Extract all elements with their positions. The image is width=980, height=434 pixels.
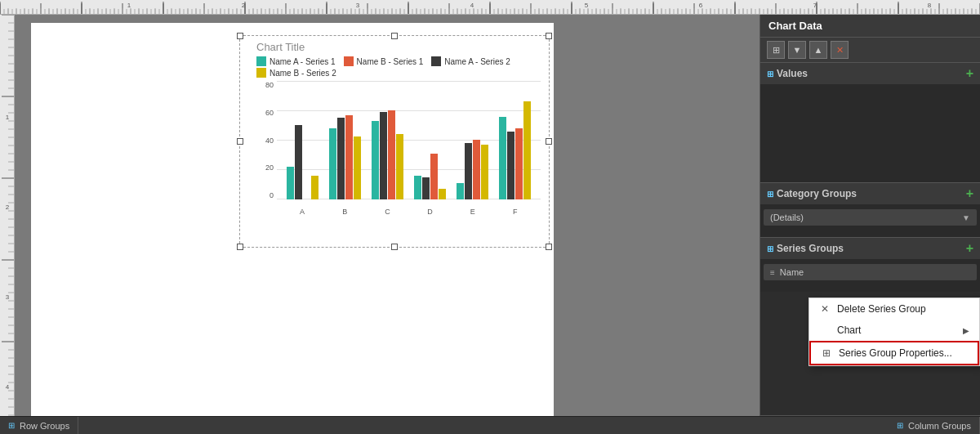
resize-handle-bm[interactable] [391, 244, 398, 250]
values-section: ⊞ Values + [760, 63, 980, 183]
left-ruler [0, 15, 15, 416]
category-groups-add-btn[interactable]: + [966, 187, 973, 200]
legend-item: Name B - Series 1 [344, 56, 424, 66]
bar [295, 125, 302, 199]
category-grid-icon: ⊞ [767, 190, 773, 199]
context-series-props[interactable]: ⊞ Series Group Properties... [809, 341, 979, 365]
chart-body: 020406080 ABCDEF [256, 81, 541, 216]
context-delete-series[interactable]: ✕ Delete Series Group [809, 298, 979, 320]
category-groups-section: ⊞ Category Groups + (Details) ▼ [760, 183, 980, 238]
bar [372, 121, 379, 199]
values-grid-icon: ⊞ [767, 69, 773, 78]
x-label: E [457, 208, 489, 216]
chart-legend: Name A - Series 1Name B - Series 1Name A… [256, 56, 541, 78]
context-menu: ✕ Delete Series Group Chart ▶ ⊞ Series G… [808, 298, 980, 366]
bar [354, 136, 361, 199]
legend-item: Name A - Series 1 [256, 56, 336, 66]
bar [329, 128, 336, 199]
page: Chart Title Name A - Series 1Name B - Se… [31, 23, 554, 416]
bars-area [277, 81, 541, 199]
bar-group [457, 140, 488, 199]
delete-icon: ✕ [819, 303, 831, 315]
bar [499, 117, 506, 199]
bar [481, 145, 488, 199]
chart-data-header: Chart Data [760, 15, 980, 38]
chart-container[interactable]: Chart Title Name A - Series 1Name B - Se… [239, 35, 550, 248]
toolbar-up-btn[interactable]: ▲ [809, 41, 827, 59]
series-grid-icon: ⊞ [767, 244, 773, 253]
bar [473, 140, 480, 199]
bar [439, 189, 446, 199]
category-groups-content: (Details) ▼ [760, 204, 980, 237]
toolbar-delete-btn[interactable]: ✕ [831, 41, 849, 59]
resize-handle-ml[interactable] [237, 138, 243, 145]
y-axis-label: 80 [256, 81, 274, 89]
bar [515, 128, 523, 199]
chart-label: Chart [837, 324, 861, 336]
values-label: Values [777, 68, 808, 79]
bar-group [287, 125, 318, 199]
y-axis-label: 60 [256, 109, 274, 117]
panel-toolbar: ⊞ ▼ ▲ ✕ [760, 38, 980, 63]
values-content [760, 84, 980, 182]
bar [523, 101, 531, 199]
details-text: (Details) [770, 213, 962, 222]
series-groups-label: Series Groups [777, 243, 844, 254]
row-groups-section: ⊞ Row Groups [0, 417, 78, 434]
resize-handle-br[interactable] [546, 244, 552, 250]
y-axis-label: 0 [256, 191, 274, 199]
bar [396, 134, 403, 199]
x-label: D [414, 208, 447, 216]
context-chart[interactable]: Chart ▶ [809, 320, 979, 341]
chart-title: Chart Title [256, 41, 541, 53]
x-label: A [286, 208, 318, 216]
bar-group [329, 115, 361, 199]
toolbar-grid-btn[interactable]: ⊞ [767, 41, 785, 59]
bar [507, 132, 514, 199]
delete-label: Delete Series Group [837, 303, 926, 315]
values-add-btn[interactable]: + [966, 67, 973, 80]
bar-group [499, 101, 531, 199]
horizontal-ruler [0, 0, 980, 15]
row-groups-icon: ⊞ [8, 421, 15, 430]
legend-item: Name A - Series 2 [431, 56, 510, 66]
bar [287, 167, 294, 199]
bar [430, 154, 438, 199]
resize-handle-tl[interactable] [237, 33, 243, 39]
x-label: B [328, 208, 361, 216]
bar [457, 183, 464, 199]
legend-item: Name B - Series 2 [256, 68, 336, 78]
bar [465, 143, 472, 199]
toolbar-down-btn[interactable]: ▼ [788, 41, 806, 59]
bar [311, 176, 318, 199]
x-label: F [499, 208, 532, 216]
bar [345, 115, 353, 199]
resize-handle-tm[interactable] [391, 33, 398, 39]
bar [388, 110, 395, 199]
name-row[interactable]: ≡ Name [764, 264, 977, 280]
resize-handle-mr[interactable] [546, 138, 552, 145]
submenu-arrow: ▶ [963, 326, 969, 335]
values-header: ⊞ Values + [760, 63, 980, 84]
y-axis-label: 40 [256, 136, 274, 145]
series-groups-section: ⊞ Series Groups + ≡ Name ✕ Delete Series… [760, 238, 980, 416]
resize-handle-tr[interactable] [546, 33, 552, 39]
bar [337, 118, 345, 199]
bar [380, 112, 387, 199]
series-groups-add-btn[interactable]: + [966, 242, 973, 255]
x-label: C [371, 208, 403, 216]
bar [414, 176, 421, 199]
right-panel: Chart Data ⊞ ▼ ▲ ✕ ⊞ Values + ⊞ [760, 15, 980, 416]
x-axis: ABCDEF [277, 208, 541, 216]
name-row-text: Name [780, 267, 804, 277]
name-row-icon: ≡ [770, 268, 775, 277]
category-groups-label: Category Groups [777, 188, 857, 199]
category-groups-header: ⊞ Category Groups + [760, 183, 980, 204]
column-groups-section: ⊞ Column Groups [889, 417, 980, 434]
row-groups-label: Row Groups [20, 421, 69, 431]
y-axis: 020406080 [256, 81, 277, 216]
resize-handle-bl[interactable] [237, 244, 243, 250]
bar [422, 177, 430, 199]
vertical-ruler [0, 15, 15, 416]
details-row[interactable]: (Details) ▼ [764, 209, 977, 226]
